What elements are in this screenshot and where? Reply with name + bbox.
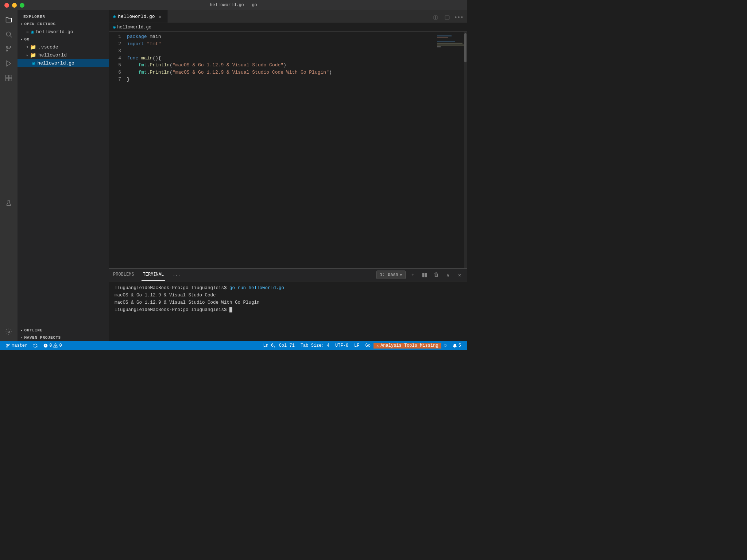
- lab-icon[interactable]: [2, 197, 15, 210]
- source-control-icon[interactable]: [2, 42, 15, 55]
- code-line-6: fmt.Println("macOS & Go 1.12.9 & Visual …: [127, 69, 435, 76]
- close-icon[interactable]: ✕: [26, 30, 29, 34]
- status-bar: master 0 0 Ln 6, Col 71 Tab Size: 4 UTF-…: [0, 341, 467, 350]
- scrollbar[interactable]: [464, 32, 467, 268]
- window-controls: [4, 3, 24, 8]
- search-icon[interactable]: [2, 28, 15, 41]
- svg-point-0: [6, 32, 11, 36]
- bash-dropdown[interactable]: 1: bash ▾: [376, 271, 406, 279]
- delete-terminal-icon[interactable]: 🗑: [432, 271, 441, 279]
- close-panel-icon[interactable]: ✕: [455, 271, 464, 279]
- extensions-icon[interactable]: [2, 71, 15, 85]
- outline-chevron: ▸: [20, 328, 23, 332]
- panel-tab-bar: PROBLEMS TERMINAL ... 1: bash ▾: [109, 269, 467, 281]
- bell-icon: [453, 343, 457, 348]
- window-title: helloworld.go — go: [210, 3, 257, 8]
- minimize-button[interactable]: [12, 3, 17, 8]
- terminal-command-1: go run helloworld.go: [229, 285, 284, 291]
- tab-close-button[interactable]: ✕: [157, 13, 163, 19]
- folder-icon: 📁: [30, 44, 36, 50]
- tab-terminal[interactable]: TERMINAL: [142, 269, 166, 281]
- line-numbers: 1 2 3 4 5 6 7: [109, 32, 124, 268]
- analysis-tools-item[interactable]: ⚠ Analysis Tools Missing: [374, 343, 441, 349]
- code-editor[interactable]: 1 2 3 4 5 6 7 package main import "fmt" …: [109, 32, 467, 268]
- smile-item[interactable]: ☺: [441, 343, 450, 348]
- close-button[interactable]: [4, 3, 9, 8]
- tab-helloworld-go[interactable]: ◉ helloworld.go ✕: [109, 10, 168, 23]
- terminal-line-2: macOS & Go 1.12.9 & Visual Studo Code: [115, 292, 461, 299]
- warning-icon: [53, 343, 58, 348]
- terminal-line-3: macOS & Go 1.12.9 & Visual Studio Code W…: [115, 299, 461, 306]
- split-editor-icon[interactable]: [430, 12, 441, 23]
- vscode-folder-name: .vscode: [38, 44, 58, 50]
- breadcrumb-filename: helloworld.go: [117, 25, 151, 30]
- go-file-icon-2: ◉: [32, 60, 35, 66]
- settings-icon[interactable]: [2, 325, 15, 338]
- tab-size-item[interactable]: Tab Size: 4: [298, 343, 332, 348]
- open-editor-helloworld-go[interactable]: ✕ ◉ helloworld.go: [18, 28, 109, 36]
- code-line-5: fmt.Println("macOS & Go 1.12.9 & Visual …: [127, 62, 435, 69]
- terminal-prompt-2: liuguangleideMacBook-Pro:go liuguangleis…: [115, 307, 229, 312]
- maven-label: MAVEN PROJECTS: [24, 335, 61, 340]
- error-count: 0: [49, 343, 52, 348]
- git-branch-name: master: [12, 343, 27, 348]
- tab-bar: ◉ helloworld.go ✕ •••: [109, 10, 467, 23]
- terminal-cursor: [229, 307, 232, 312]
- code-line-4: func main(){: [127, 55, 435, 62]
- helloworld-go-file[interactable]: ◉ helloworld.go: [18, 59, 109, 67]
- errors-item[interactable]: 0 0: [40, 341, 65, 350]
- outline-section[interactable]: ▸ OUTLINE: [18, 327, 109, 334]
- tab-problems[interactable]: PROBLEMS: [112, 269, 136, 281]
- git-branch-item[interactable]: master: [3, 341, 30, 350]
- open-editor-filename: helloworld.go: [36, 29, 73, 35]
- layout-icon[interactable]: [442, 12, 452, 23]
- go-section[interactable]: ▾ GO: [18, 36, 109, 43]
- problems-tab-label: PROBLEMS: [113, 272, 134, 277]
- code-content[interactable]: package main import "fmt" func main(){ f…: [124, 32, 435, 268]
- explorer-icon[interactable]: [2, 13, 15, 26]
- language-item[interactable]: Go: [363, 343, 374, 348]
- code-line-1: package main: [127, 33, 435, 40]
- breadcrumb: ◉ helloworld.go: [109, 23, 467, 32]
- add-terminal-icon[interactable]: [409, 271, 417, 279]
- svg-rect-6: [6, 75, 9, 78]
- open-editors-chevron: ▾: [20, 22, 23, 26]
- maximize-panel-icon[interactable]: ∧: [444, 271, 452, 279]
- terminal-output-1: macOS & Go 1.12.9 & Visual Studo Code: [115, 293, 216, 298]
- more-panel-tab[interactable]: ...: [171, 269, 182, 281]
- sync-item[interactable]: [30, 341, 40, 350]
- split-terminal-icon[interactable]: [420, 271, 429, 279]
- scroll-thumb[interactable]: [464, 33, 467, 62]
- line-ending: LF: [354, 343, 359, 348]
- bell-item[interactable]: 5: [450, 343, 464, 348]
- svg-rect-8: [6, 78, 9, 81]
- helloworld-folder-name: helloworld: [38, 52, 67, 58]
- more-actions-icon[interactable]: •••: [454, 12, 464, 23]
- breadcrumb-file-icon: ◉: [113, 24, 116, 30]
- debug-icon[interactable]: [2, 57, 15, 70]
- maven-projects-section[interactable]: ▸ MAVEN PROJECTS: [18, 334, 109, 341]
- svg-point-4: [6, 50, 7, 51]
- open-editors-section[interactable]: ▾ OPEN EDITORS: [18, 20, 109, 28]
- maximize-button[interactable]: [20, 3, 24, 8]
- code-line-2: import "fmt": [127, 40, 435, 48]
- terminal-tab-label: TERMINAL: [143, 272, 164, 277]
- encoding-item[interactable]: UTF-8: [332, 343, 351, 348]
- minimap: [435, 32, 464, 268]
- svg-line-1: [10, 36, 12, 38]
- svg-point-2: [6, 46, 7, 47]
- minimap-content: [435, 32, 464, 51]
- line-ending-item[interactable]: LF: [351, 343, 362, 348]
- tab-filename: helloworld.go: [118, 14, 155, 19]
- helloworld-go-filename: helloworld.go: [37, 61, 74, 66]
- terminal-line-1: liuguangleideMacBook-Pro:go liuguangleis…: [115, 284, 461, 292]
- tab-size: Tab Size: 4: [301, 343, 329, 348]
- analysis-tools-label: Analysis Tools Missing: [380, 343, 438, 348]
- line-col-item[interactable]: Ln 6, Col 71: [260, 343, 297, 348]
- open-editors-label: OPEN EDITORS: [24, 22, 56, 26]
- terminal-body[interactable]: liuguangleideMacBook-Pro:go liuguangleis…: [109, 281, 467, 341]
- vscode-folder[interactable]: ▾ 📁 .vscode: [18, 43, 109, 51]
- warning-count: 0: [59, 343, 62, 348]
- helloworld-folder[interactable]: ▸ 📁 helloworld: [18, 51, 109, 59]
- language: Go: [365, 343, 371, 348]
